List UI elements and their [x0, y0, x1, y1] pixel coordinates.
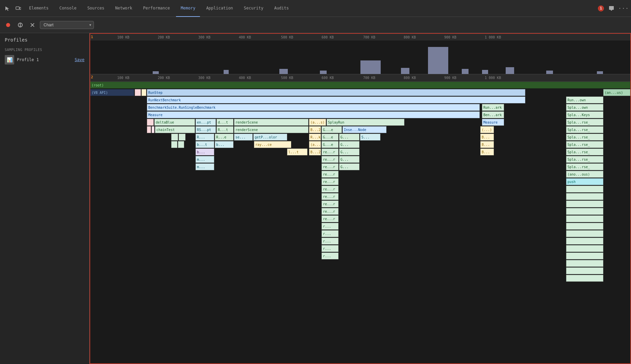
flame-splaRse3[interactable]: Spla...rse_: [566, 134, 603, 140]
flame-ge4[interactable]: G...e: [322, 141, 338, 148]
tab-application[interactable]: Application: [201, 0, 237, 17]
flame-push[interactable]: push: [566, 178, 603, 185]
tab-memory[interactable]: Memory: [176, 0, 200, 17]
profile-item[interactable]: 📊 Profile 1 Save: [0, 53, 89, 67]
flame-splaRse4[interactable]: Spla...rse_: [566, 141, 603, 148]
device-toolbar-icon[interactable]: [14, 4, 23, 13]
flame-rer7[interactable]: re...r: [322, 193, 338, 200]
flame-r1[interactable]: R...: [196, 134, 214, 140]
flame-deltablue[interactable]: deltaBlue: [154, 119, 195, 126]
flame-rer4[interactable]: re...r: [322, 171, 338, 178]
flame-r2[interactable]: r...: [322, 223, 338, 230]
flame-rer3[interactable]: re...r: [322, 163, 338, 170]
flame-rk[interactable]: R...k: [309, 134, 321, 140]
chart-type-selector-wrapper[interactable]: Chart Tree (Top Down) Heavy (Bottom Up) …: [40, 21, 94, 29]
flame-ge5[interactable]: G...: [339, 141, 359, 148]
record-button[interactable]: [3, 20, 13, 30]
flame-runnextbenchmark[interactable]: RunNextBenchmark: [147, 97, 525, 103]
flame-bt1[interactable]: b...t: [196, 141, 214, 148]
flame-benchmarksuite[interactable]: BenchmarkSuite.RunSingleBenchmark: [147, 104, 480, 111]
flame-b3[interactable]: B...: [480, 141, 494, 148]
flame-ge7[interactable]: G...: [339, 156, 359, 163]
flame-pink2[interactable]: [147, 126, 151, 133]
flame-runark[interactable]: Run...ark: [482, 104, 504, 111]
flame-rer6[interactable]: re...r: [322, 186, 338, 192]
flame-right-col13[interactable]: [566, 275, 603, 282]
flame-b-right[interactable]: B...: [480, 134, 494, 140]
flame-pink-block[interactable]: [147, 119, 154, 126]
flame-v8api[interactable]: (V8 API): [90, 89, 134, 96]
flame-green-block7a[interactable]: [171, 134, 178, 140]
flame-right-col7[interactable]: [566, 230, 603, 237]
tab-elements[interactable]: Elements: [24, 0, 53, 17]
flame-right-col5[interactable]: [566, 215, 603, 222]
save-link[interactable]: Save: [75, 57, 84, 62]
clear-button[interactable]: [28, 20, 37, 30]
flame-ellipsis[interactable]: (...): [480, 126, 494, 133]
flame-anus[interactable]: (an...us): [603, 89, 630, 96]
flame-root[interactable]: (root): [90, 82, 630, 88]
flame-b2_[interactable]: b...: [215, 141, 233, 148]
flame-renderscene2[interactable]: renderScene: [234, 126, 308, 133]
flame-splaRse6[interactable]: Spla...rse_: [566, 156, 603, 163]
flame-runown[interactable]: Run...own: [566, 97, 603, 103]
flame-measure-right[interactable]: Measure: [482, 119, 504, 126]
flame-s[interactable]: S...: [360, 134, 380, 140]
flame-chaintest[interactable]: chainTest: [155, 126, 195, 133]
tab-audits[interactable]: Audits: [270, 0, 294, 17]
flame-se[interactable]: se...: [234, 134, 253, 140]
flame-splaRse7[interactable]: Spla...rse_: [566, 163, 603, 170]
flame-b5[interactable]: B...2: [309, 149, 321, 155]
flame-right-col12[interactable]: [566, 267, 603, 274]
flame-dt[interactable]: d...t: [217, 119, 233, 126]
flame-rer2[interactable]: re...r: [322, 156, 338, 163]
tab-sources[interactable]: Sources: [82, 0, 109, 17]
flame-ge2[interactable]: G...e: [322, 134, 338, 140]
stop-button[interactable]: [16, 20, 25, 30]
chart-type-select[interactable]: Chart Tree (Top Down) Heavy (Bottom Up) …: [40, 21, 94, 29]
flame-r4[interactable]: r...: [322, 238, 338, 244]
more-options-icon[interactable]: ···: [619, 4, 628, 13]
flame-ge3[interactable]: G...: [339, 134, 359, 140]
flame-rspt[interactable]: RS...pt: [196, 126, 216, 133]
flame-splakeys[interactable]: Spla...Keys: [566, 111, 603, 118]
flame-block[interactable]: [135, 89, 141, 96]
flame-splaRse2[interactable]: Spla...rse_: [566, 126, 603, 133]
flame-green8b[interactable]: [178, 141, 184, 148]
flame-lt[interactable]: l...t: [287, 149, 307, 155]
flame-green-block7b[interactable]: [179, 134, 185, 140]
flame-enpt[interactable]: en...pt: [196, 119, 216, 126]
flame-purple9[interactable]: b...: [196, 149, 214, 155]
tab-console[interactable]: Console: [55, 0, 81, 17]
flame-right-col10[interactable]: [566, 253, 603, 259]
flame-ge8[interactable]: G...: [339, 163, 359, 170]
flame-ree1[interactable]: R...e: [215, 134, 233, 140]
flame-right-col6[interactable]: [566, 223, 603, 230]
tab-performance[interactable]: Performance: [138, 0, 175, 17]
flame-benark[interactable]: Ben...ark: [482, 111, 504, 118]
flame-green8a[interactable]: [171, 141, 177, 148]
flame-as[interactable]: (a...s): [309, 119, 326, 126]
flame-r3[interactable]: r...: [322, 230, 338, 237]
flame-b2[interactable]: B...2: [309, 126, 321, 133]
flame-splaRse1[interactable]: Spla...rse_: [566, 119, 603, 126]
flame-right-col4[interactable]: [566, 208, 603, 215]
flame-rer9[interactable]: re...r: [322, 208, 338, 215]
flame-rer10[interactable]: re...r: [322, 215, 338, 222]
feedback-icon[interactable]: [607, 4, 616, 13]
flame-block[interactable]: [142, 89, 146, 96]
flame-rer5[interactable]: re...r: [322, 178, 338, 185]
flame-ge6[interactable]: G...: [339, 149, 359, 155]
flame-insenode[interactable]: Inse...Node: [343, 126, 386, 133]
flame-anoous[interactable]: (ano...ous): [566, 171, 603, 178]
flame-splaRse5[interactable]: Spla...rse_: [566, 149, 603, 155]
flame-right-col11[interactable]: [566, 260, 603, 267]
cursor-icon[interactable]: [3, 4, 12, 13]
flame-right-col1[interactable]: [566, 186, 603, 192]
flame-right-col2[interactable]: [566, 193, 603, 200]
flame-rayce[interactable]: ray...ce: [254, 141, 291, 148]
flame-runstep[interactable]: RunStep: [147, 89, 525, 96]
flame-m1[interactable]: m...: [196, 156, 214, 163]
flame-renderscene1[interactable]: renderScene: [234, 119, 308, 126]
flame-rer1[interactable]: re...r: [322, 149, 338, 155]
